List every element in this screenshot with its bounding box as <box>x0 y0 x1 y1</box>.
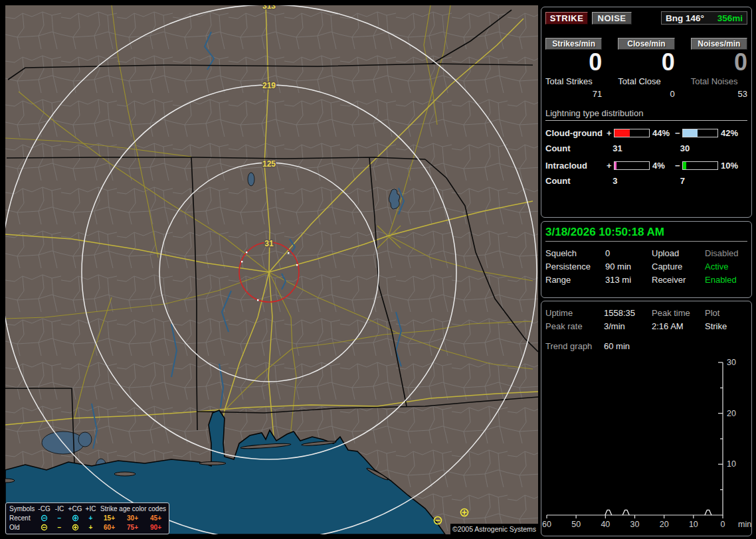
legend-recent-symbols: − + <box>36 514 98 523</box>
intracloud-row: Intracloud + 4% − 10% <box>545 161 747 171</box>
total-strikes-label: Total Strikes <box>545 76 602 86</box>
svg-text:min: min <box>738 520 751 529</box>
pos-cg-icon <box>66 514 84 523</box>
legend-old-label: Old <box>6 523 36 532</box>
upload-label: Upload <box>652 247 705 260</box>
age-code-75: 75+ <box>121 523 144 532</box>
uptime-label: Uptime <box>545 307 604 320</box>
total-close-label: Total Close <box>618 76 674 86</box>
legend-recent-row: Recent − + 15+ 30+ 45+ <box>6 514 169 523</box>
strikes-column: Strikes/min 0 Total Strikes 71 <box>545 38 602 99</box>
ring-label-31: 31 <box>264 239 274 248</box>
stats-row: Uptime 1558:35 Peak time Plot <box>545 307 747 320</box>
copyright-text: ©2005 Astrogenic Systems <box>450 524 538 534</box>
stats-row: Peak rate 3/min 2:16 AM Strike <box>545 320 747 333</box>
total-noises-value: 53 <box>691 89 747 99</box>
cloud-ground-row: Cloud-ground + 44% − 42% <box>545 128 747 138</box>
receiver-value: Enabled <box>705 273 747 287</box>
total-noises-label: Total Noises <box>691 76 747 86</box>
legend-header-row: Symbols -CG -IC +CG +IC Strike age color… <box>6 504 169 514</box>
svg-text:20: 20 <box>727 409 736 418</box>
legend-old-symbols: − + <box>36 523 98 532</box>
bearing-distance: 356mi <box>717 13 743 23</box>
legend-col-neg-cg: -CG <box>36 504 52 514</box>
ic-negative-pct: 10% <box>719 161 743 171</box>
ic-negative-bar <box>682 161 718 170</box>
range-label: Range <box>545 273 605 287</box>
cloud-ground-label: Cloud-ground <box>545 128 607 138</box>
svg-text:10: 10 <box>727 459 736 469</box>
trend-graph: 6050403020100min102030 <box>541 354 751 535</box>
trend-peak <box>605 510 612 515</box>
cloud-ground-count-row: Count 31 30 <box>545 143 747 153</box>
svg-text:20: 20 <box>660 520 669 529</box>
legend-col-pos-ic: +IC <box>84 504 98 514</box>
age-code-30: 30+ <box>121 514 144 523</box>
ring-label-219: 219 <box>262 81 276 90</box>
counters-panel: STRIKE NOISE Bng 146° 356mi Strikes/min … <box>541 7 752 218</box>
svg-text:30: 30 <box>630 520 640 529</box>
status-row: Persistence 90 min Capture Active <box>545 260 747 273</box>
range-value: 313 mi <box>605 273 652 287</box>
strike-button[interactable]: STRIKE <box>545 12 588 25</box>
age-code-60: 60+ <box>98 523 121 532</box>
count-label: Count <box>545 143 613 153</box>
minus-sign: − <box>675 128 682 138</box>
capture-value: Active <box>705 260 747 273</box>
trend-row: Trend graph 60 min <box>545 340 747 353</box>
noises-per-min-value: 0 <box>691 50 747 75</box>
peak-time-value: 2:16 AM <box>652 320 705 333</box>
total-close-value: 0 <box>618 89 674 99</box>
svg-text:10: 10 <box>689 520 698 529</box>
cg-positive-pct: 44% <box>651 128 675 138</box>
plot-value: Strike <box>705 320 747 333</box>
neg-ic-icon: − <box>52 523 66 532</box>
squelch-label: Squelch <box>545 247 605 260</box>
neg-cg-icon <box>36 514 52 523</box>
pos-ic-icon: + <box>84 523 98 532</box>
squelch-value: 0 <box>605 247 652 260</box>
cg-negative-count: 30 <box>680 143 747 153</box>
upload-value: Disabled <box>705 247 747 260</box>
trend-peak <box>705 510 711 515</box>
legend-col-neg-ic: -IC <box>52 504 66 514</box>
neg-ic-icon: − <box>52 514 66 523</box>
stats-panel: Uptime 1558:35 Peak time Plot Peak rate … <box>541 301 752 536</box>
pos-cg-icon <box>66 523 84 532</box>
svg-text:30: 30 <box>727 358 736 367</box>
ic-positive-bar <box>614 161 650 170</box>
pos-ic-icon: + <box>84 514 98 523</box>
intracloud-count-row: Count 3 7 <box>545 176 747 186</box>
plot-label: Plot <box>705 307 747 320</box>
cg-positive-bar <box>614 129 650 137</box>
trend-graph-label: Trend graph <box>545 340 604 353</box>
close-per-min-value: 0 <box>618 50 674 75</box>
noises-column: Noises/min 0 Total Noises 53 <box>691 38 747 99</box>
svg-text:0: 0 <box>721 520 725 529</box>
ring-label-313: 313 <box>262 5 276 11</box>
legend-old-row: Old − + 60+ 75+ 90+ <box>6 523 169 532</box>
peak-rate-value: 3/min <box>604 320 652 333</box>
age-code-45: 45+ <box>144 514 167 523</box>
ic-negative-count: 7 <box>680 176 747 186</box>
ic-positive-count: 3 <box>613 176 680 186</box>
persistence-value: 90 min <box>605 260 652 273</box>
minus-sign: − <box>675 161 682 171</box>
ring-label-125: 125 <box>262 159 276 169</box>
status-row: Range 313 mi Receiver Enabled <box>545 273 747 287</box>
total-strikes-value: 71 <box>545 89 602 99</box>
capture-label: Capture <box>652 260 705 273</box>
trend-graph-value: 60 min <box>604 340 652 353</box>
receiver-label: Receiver <box>652 273 705 287</box>
app-window: 313 219 125 31 <box>0 0 756 539</box>
map-legend: Symbols -CG -IC +CG +IC Strike age color… <box>5 502 169 534</box>
strikes-per-min-value: 0 <box>545 50 602 75</box>
map-canvas[interactable]: 313 219 125 31 <box>5 5 538 534</box>
legend-age-title: Strike age color codes <box>98 504 169 514</box>
legend-recent-label: Recent <box>6 514 36 523</box>
bearing-display: Bng 146° 356mi <box>661 11 747 25</box>
noise-button[interactable]: NOISE <box>592 12 632 25</box>
uptime-value: 1558:35 <box>604 307 652 320</box>
svg-text:40: 40 <box>601 520 610 529</box>
trend-peak <box>622 510 629 515</box>
